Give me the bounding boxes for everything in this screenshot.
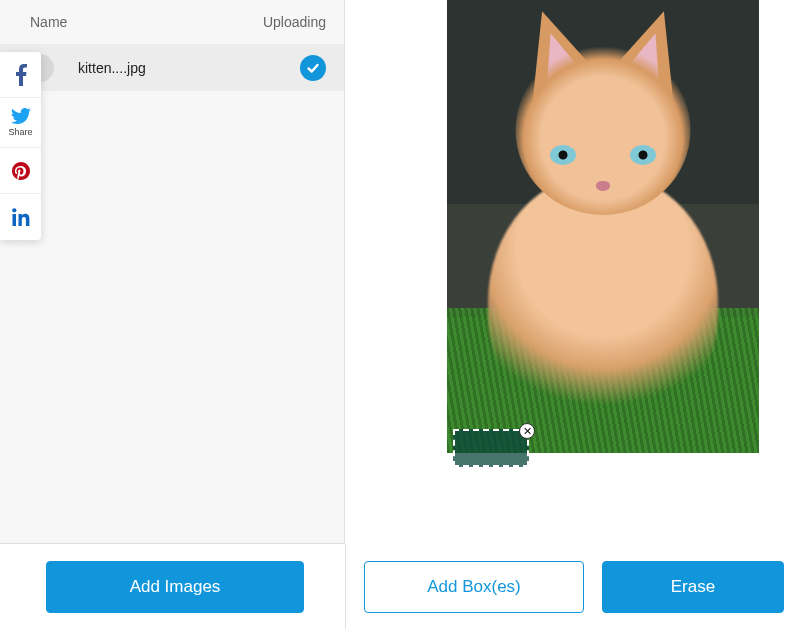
twitter-icon — [11, 108, 31, 124]
column-header-status: Uploading — [263, 14, 326, 30]
file-list-panel: Name Uploading kitten....jpg — [0, 0, 345, 544]
close-icon: ✕ — [523, 426, 532, 437]
image-nose — [596, 181, 610, 191]
share-twitter-label: Share — [8, 127, 32, 137]
add-images-label: Add Images — [130, 577, 221, 597]
image-eye — [550, 145, 576, 165]
image-eye — [630, 145, 656, 165]
preview-image[interactable]: ✕ — [447, 0, 759, 453]
add-boxes-label: Add Box(es) — [427, 577, 521, 597]
linkedin-icon — [12, 208, 30, 226]
column-header-name: Name — [30, 14, 67, 30]
selection-box[interactable]: ✕ — [453, 429, 529, 467]
add-images-button[interactable]: Add Images — [46, 561, 304, 613]
upload-complete-icon — [300, 55, 326, 81]
svg-rect-0 — [12, 214, 16, 226]
svg-point-1 — [12, 208, 16, 212]
file-list-header: Name Uploading — [0, 0, 344, 44]
share-pinterest-button[interactable] — [0, 148, 41, 194]
pinterest-icon — [12, 162, 30, 180]
image-panel: ✕ — [346, 0, 800, 544]
erase-button[interactable]: Erase — [602, 561, 784, 613]
file-row-left: kitten....jpg — [26, 54, 146, 82]
share-strip: Share — [0, 52, 41, 240]
selection-close-button[interactable]: ✕ — [519, 423, 535, 439]
file-name: kitten....jpg — [78, 60, 146, 76]
share-twitter-button[interactable]: Share — [0, 98, 41, 148]
share-facebook-button[interactable] — [0, 52, 41, 98]
file-row[interactable]: kitten....jpg — [0, 44, 344, 91]
add-boxes-button[interactable]: Add Box(es) — [364, 561, 584, 613]
toolbar-divider — [345, 544, 346, 629]
toolbar: Add Images Add Box(es) Erase — [0, 544, 800, 637]
facebook-icon — [15, 64, 27, 86]
share-linkedin-button[interactable] — [0, 194, 41, 240]
erase-label: Erase — [671, 577, 715, 597]
